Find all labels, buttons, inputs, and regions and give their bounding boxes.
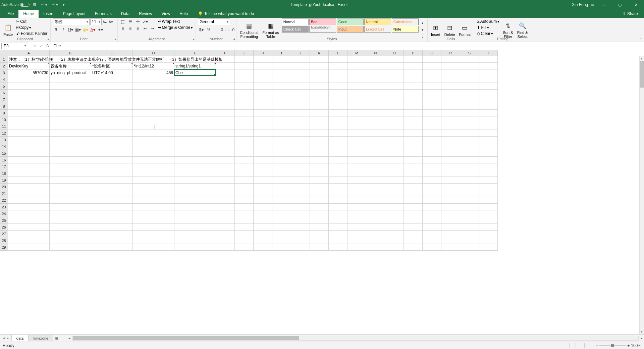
cell-E10[interactable]: [174, 116, 216, 123]
cell-G14[interactable]: [235, 143, 254, 150]
cell-F3[interactable]: [216, 69, 235, 76]
cell-I26[interactable]: [272, 224, 291, 231]
cell-S2[interactable]: [460, 63, 479, 69]
cell-J13[interactable]: [291, 137, 310, 143]
cell-B3[interactable]: ya_qing_pl_product: [50, 69, 91, 76]
cell-L17[interactable]: [329, 163, 347, 170]
cell-K10[interactable]: [310, 116, 329, 123]
cell-O15[interactable]: [385, 150, 404, 157]
cell-K22[interactable]: [310, 197, 329, 204]
cell-R20[interactable]: [441, 184, 460, 190]
cell-C4[interactable]: [91, 76, 133, 83]
row-header-23[interactable]: 23: [0, 204, 8, 210]
cell-H19[interactable]: [254, 177, 272, 184]
cell-S18[interactable]: [460, 170, 479, 177]
cell-P24[interactable]: [404, 210, 423, 217]
cell-A4[interactable]: [8, 76, 50, 83]
cell-T23[interactable]: [479, 204, 498, 210]
row-header-29[interactable]: 29: [0, 244, 8, 251]
row-header-12[interactable]: 12: [0, 130, 8, 137]
cell-E20[interactable]: [174, 184, 216, 190]
cell-P29[interactable]: [404, 244, 423, 251]
cell-T3[interactable]: [479, 69, 498, 76]
cell-G28[interactable]: [235, 237, 254, 244]
cell-K23[interactable]: [310, 204, 329, 210]
cell-G26[interactable]: [235, 224, 254, 231]
horizontal-scrollbar[interactable]: ◄ ►: [67, 336, 644, 341]
cell-L13[interactable]: [329, 137, 347, 143]
cell-P28[interactable]: [404, 237, 423, 244]
cell-H15[interactable]: [254, 150, 272, 157]
underline-button[interactable]: U▾: [67, 27, 74, 33]
cell-M17[interactable]: [347, 163, 366, 170]
cell-L15[interactable]: [329, 150, 347, 157]
cell-O12[interactable]: [385, 130, 404, 137]
cell-N16[interactable]: [366, 157, 385, 163]
cell-P3[interactable]: [404, 69, 423, 76]
cell-N15[interactable]: [366, 150, 385, 157]
cell-G21[interactable]: [235, 190, 254, 197]
cell-J25[interactable]: [291, 217, 310, 224]
cell-S21[interactable]: [460, 190, 479, 197]
cell-T4[interactable]: [479, 76, 498, 83]
merge-center-button[interactable]: ⬌Merge & Center ▾: [157, 24, 194, 31]
cell-H28[interactable]: [254, 237, 272, 244]
cell-I24[interactable]: [272, 210, 291, 217]
cell-G24[interactable]: [235, 210, 254, 217]
cell-E7[interactable]: [174, 96, 216, 103]
cell-L2[interactable]: [329, 63, 347, 69]
cell-C9[interactable]: [91, 110, 133, 116]
cell-O6[interactable]: [385, 90, 404, 96]
ribbon-display-icon[interactable]: ▭: [591, 2, 594, 7]
cell-T19[interactable]: [479, 177, 498, 184]
autosave-toggle[interactable]: AutoSave: [1, 2, 30, 7]
cell-S27[interactable]: [460, 231, 479, 237]
cell-F1[interactable]: [216, 56, 235, 63]
cell-M24[interactable]: [347, 210, 366, 217]
cell-L29[interactable]: [329, 244, 347, 251]
worksheet-grid[interactable]: ABCDEFGHIJKLMNOPQRST 1234567891011121314…: [0, 50, 644, 334]
cell-Q10[interactable]: [423, 116, 441, 123]
cell-F25[interactable]: [216, 217, 235, 224]
cell-I20[interactable]: [272, 184, 291, 190]
cell-P9[interactable]: [404, 110, 423, 116]
cell-T22[interactable]: [479, 197, 498, 204]
cell-J26[interactable]: [291, 224, 310, 231]
sheet-nav[interactable]: ◄►: [0, 336, 11, 340]
style-check-cell[interactable]: Check Cell: [282, 26, 309, 33]
cell-D25[interactable]: [133, 217, 174, 224]
cell-L21[interactable]: [329, 190, 347, 197]
cell-E21[interactable]: [174, 190, 216, 197]
cell-R28[interactable]: [441, 237, 460, 244]
cell-P25[interactable]: [404, 217, 423, 224]
cell-D19[interactable]: [133, 177, 174, 184]
cell-K19[interactable]: [310, 177, 329, 184]
cell-H13[interactable]: [254, 137, 272, 143]
row-header-10[interactable]: 10: [0, 116, 8, 123]
cell-D11[interactable]: [133, 123, 174, 130]
percent-format-icon[interactable]: %: [205, 27, 212, 33]
scroll-down-icon[interactable]: ▾: [640, 330, 644, 334]
cell-Q3[interactable]: [423, 69, 441, 76]
row-header-20[interactable]: 20: [0, 184, 8, 190]
number-format-combo[interactable]: General▾: [198, 18, 230, 25]
cell-B28[interactable]: [50, 237, 91, 244]
style-normal[interactable]: Normal: [282, 18, 309, 25]
cell-L27[interactable]: [329, 231, 347, 237]
cell-P13[interactable]: [404, 137, 423, 143]
cell-P15[interactable]: [404, 150, 423, 157]
cell-H2[interactable]: [254, 63, 272, 69]
tab-formulas[interactable]: Formulas: [90, 10, 116, 18]
cell-O23[interactable]: [385, 204, 404, 210]
cell-M10[interactable]: [347, 116, 366, 123]
format-painter-button[interactable]: 🖌Format Painter: [15, 31, 48, 37]
cell-G20[interactable]: [235, 184, 254, 190]
cell-J18[interactable]: [291, 170, 310, 177]
cell-M25[interactable]: [347, 217, 366, 224]
cell-I15[interactable]: [272, 150, 291, 157]
cell-O2[interactable]: [385, 63, 404, 69]
cell-C8[interactable]: [91, 103, 133, 110]
row-header-15[interactable]: 15: [0, 150, 8, 157]
cell-S17[interactable]: [460, 163, 479, 170]
row-header-7[interactable]: 7: [0, 96, 8, 103]
